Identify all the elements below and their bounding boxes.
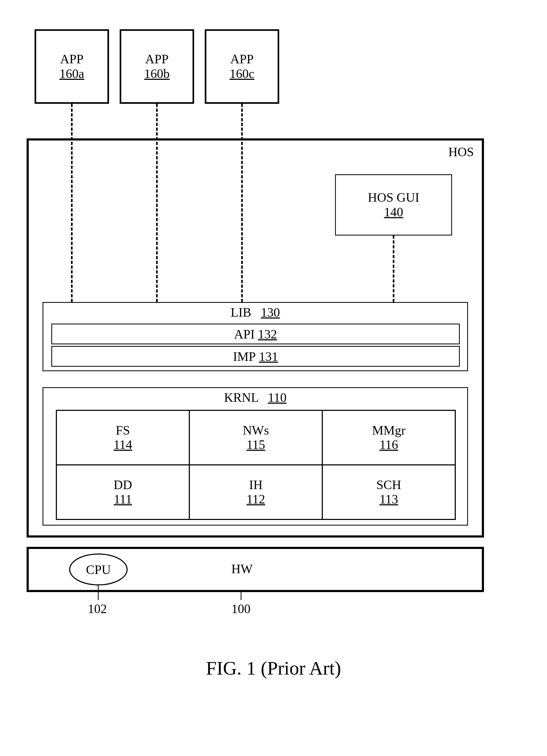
kernel-title-name: KRNL [224,390,258,404]
app-name-2: APP [230,52,254,66]
kcell-name-1: NWs [243,423,269,437]
lib-api-name: API [234,327,255,341]
app-box-0: APP 160a [35,29,109,104]
lib-imp-box: IMP 131 [51,346,460,367]
kcell-num-5: 113 [379,492,398,506]
kcell-name-5: SCH [376,478,401,492]
hos-gui-box: HOS GUI 140 [335,174,452,236]
dashed-gui [393,236,394,302]
kernel-cell-4: IH 112 [189,464,323,520]
app-name-0: APP [60,52,84,66]
lib-title: LIB 130 [43,305,467,320]
lib-title-name: LIB [231,305,251,319]
kcell-num-1: 115 [247,437,265,452]
lib-title-num: 130 [261,305,280,319]
kernel-title: KRNL 110 [43,390,467,405]
hw-num: 100 [231,601,251,616]
kcell-name-3: DD [114,478,132,492]
kcell-name-4: IH [249,478,263,492]
app-box-1: APP 160b [120,29,194,104]
figure-caption: FIG. 1 (Prior Art) [0,657,547,679]
diagram-page: APP 160a APP 160b APP 160c HOS HOS GUI 1… [0,0,547,756]
app-num-2: 160c [230,66,254,81]
lib-imp-name: IMP [233,349,256,364]
lib-imp-num: 131 [259,349,278,364]
hos-gui-name: HOS GUI [368,191,419,205]
hw-title: HW [231,561,253,576]
kernel-cell-0: FS 114 [56,410,190,465]
kcell-name-2: MMgr [372,423,405,437]
kcell-name-0: FS [116,423,130,437]
lib-api-box: API 132 [51,324,460,344]
lib-api-num: 132 [258,327,277,341]
app-name-1: APP [145,52,169,66]
hos-gui-num: 140 [384,205,403,219]
app-box-2: APP 160c [205,29,279,104]
kernel-cell-3: DD 111 [56,464,190,520]
tick-cpu [98,585,99,600]
kcell-num-3: 111 [114,492,132,506]
app-num-1: 160b [144,66,170,81]
kernel-cell-1: NWs 115 [189,410,323,465]
kernel-cell-5: SCH 113 [322,464,456,520]
kcell-num-4: 112 [247,492,265,506]
kcell-num-0: 114 [114,437,132,452]
kernel-cell-2: MMgr 116 [322,410,456,465]
hos-title: HOS [448,144,474,159]
tick-hw [241,592,242,600]
cpu-ellipse: CPU [69,553,128,585]
cpu-label: CPU [86,562,111,577]
cpu-num: 102 [88,601,107,616]
lib-box: LIB 130 API 132 IMP 131 [43,302,468,371]
app-num-0: 160a [59,66,84,81]
kcell-num-2: 116 [379,437,398,452]
kernel-title-num: 110 [268,390,286,404]
